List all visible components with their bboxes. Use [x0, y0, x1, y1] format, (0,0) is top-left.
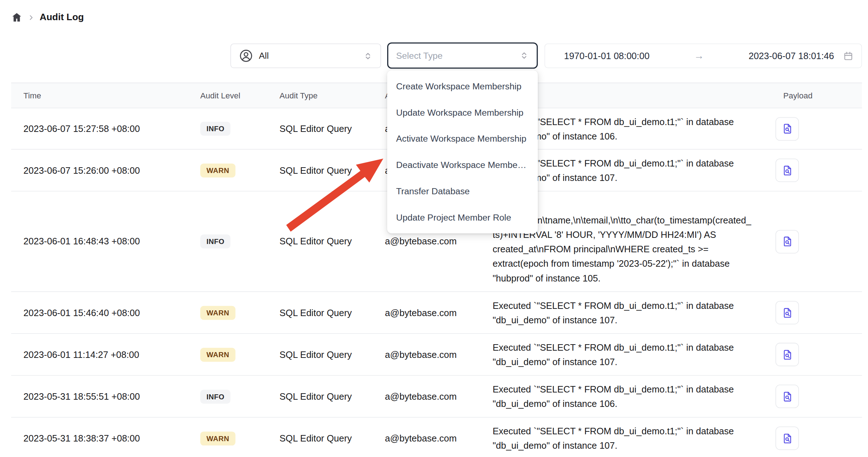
- column-header-time: Time: [11, 91, 188, 100]
- chevrons-up-down-icon: [519, 51, 529, 60]
- audit-comment: Executed `"SELECT * FROM db_ui_demo.t1;"…: [480, 382, 763, 411]
- audit-actor: a@bytebase.com: [373, 391, 480, 401]
- payload-view-button[interactable]: [775, 117, 799, 141]
- audit-type: SQL Editor Query: [267, 433, 373, 443]
- dropdown-option-deactivate-workspace-membership[interactable]: Deactivate Workspace Membership: [387, 152, 538, 178]
- audit-time: 2023-06-01 15:46:40 +08:00: [11, 307, 188, 318]
- audit-level-badge: WARN: [200, 431, 235, 445]
- audit-time: 2023-06-01 16:48:43 +08:00: [11, 236, 188, 247]
- file-search-icon: [781, 391, 793, 403]
- audit-level-badge: INFO: [200, 235, 231, 249]
- audit-time: 2023-05-31 18:38:37 +08:00: [11, 433, 188, 443]
- date-range-picker[interactable]: 1970-01-01 08:00:00 → 2023-06-07 18:01:4…: [545, 44, 862, 68]
- table-row: 2023-06-01 15:46:40 +08:00 WARN SQL Edit…: [11, 292, 862, 334]
- person-circle-icon: [239, 49, 253, 63]
- payload-view-button[interactable]: [775, 426, 799, 450]
- audit-level-badge: WARN: [200, 306, 235, 320]
- type-filter-placeholder: Select Type: [396, 50, 519, 61]
- audit-comment: Executed `"SELECT * FROM db_ui_demo.t1;"…: [480, 340, 763, 369]
- payload-view-button[interactable]: [775, 301, 799, 324]
- audit-actor: a@bytebase.com: [373, 349, 480, 360]
- dropdown-option-create-workspace-membership[interactable]: Create Workspace Membership: [387, 73, 538, 99]
- audit-level-badge: INFO: [200, 389, 231, 403]
- audit-level-badge: WARN: [200, 163, 235, 177]
- actor-filter-value: All: [259, 51, 363, 61]
- dropdown-option-transfer-database[interactable]: Transfer Database: [387, 178, 538, 204]
- audit-type: SQL Editor Query: [267, 123, 373, 134]
- page-title: Audit Log: [40, 12, 84, 23]
- type-filter-select[interactable]: Select Type: [387, 43, 538, 69]
- audit-type: SQL Editor Query: [267, 307, 373, 318]
- audit-actor: a@bytebase.com: [373, 307, 480, 318]
- dropdown-option-activate-workspace-membership[interactable]: Activate Workspace Membership: [387, 126, 538, 152]
- column-header-payload: Payload: [763, 91, 862, 100]
- date-range-start[interactable]: 1970-01-01 08:00:00: [564, 50, 649, 61]
- chevrons-up-down-icon: [363, 51, 372, 61]
- audit-time: 2023-06-01 11:14:27 +08:00: [11, 349, 188, 360]
- file-search-icon: [781, 349, 793, 360]
- dropdown-option-update-workspace-membership[interactable]: Update Workspace Membership: [387, 99, 538, 126]
- file-search-icon: [781, 123, 793, 135]
- file-search-icon: [781, 307, 793, 319]
- audit-actor: a@bytebase.com: [373, 433, 480, 443]
- file-search-icon: [781, 236, 793, 248]
- audit-level-badge: WARN: [200, 347, 235, 361]
- audit-type: SQL Editor Query: [267, 165, 373, 176]
- audit-comment: Executed `"SELECT * FROM db_ui_demo.t1;"…: [480, 298, 763, 327]
- audit-actor: a@bytebase.com: [373, 236, 480, 247]
- file-search-icon: [781, 432, 793, 444]
- audit-type: SQL Editor Query: [267, 349, 373, 360]
- actor-filter-select[interactable]: All: [231, 44, 381, 68]
- file-search-icon: [781, 164, 793, 176]
- payload-view-button[interactable]: [775, 230, 799, 253]
- audit-level-badge: INFO: [200, 122, 231, 136]
- table-row: 2023-05-31 18:55:51 +08:00 INFO SQL Edit…: [11, 376, 862, 417]
- dropdown-option-update-project-member-role[interactable]: Update Project Member Role: [387, 204, 538, 231]
- date-range-end[interactable]: 2023-06-07 18:01:46: [748, 50, 834, 61]
- calendar-icon: [843, 50, 854, 61]
- audit-type: SQL Editor Query: [267, 236, 373, 247]
- audit-time: 2023-05-31 18:55:51 +08:00: [11, 391, 188, 401]
- audit-comment: Executed `"SELECT * FROM db_ui_demo.t1;"…: [480, 424, 763, 453]
- table-row: 2023-06-01 11:14:27 +08:00 WARN SQL Edit…: [11, 334, 862, 376]
- payload-view-button[interactable]: [775, 159, 799, 182]
- payload-view-button[interactable]: [775, 343, 799, 366]
- type-filter-dropdown: Create Workspace Membership Update Works…: [387, 70, 538, 233]
- chevron-right-icon: [27, 14, 35, 21]
- audit-log-page: Audit Log All Select Type 1970-01-01 08:…: [0, 0, 868, 457]
- payload-view-button[interactable]: [775, 385, 799, 408]
- arrow-right-icon: →: [649, 50, 748, 62]
- audit-time: 2023-06-07 15:27:58 +08:00: [11, 123, 188, 134]
- column-header-audit-type: Audit Type: [267, 91, 373, 100]
- breadcrumb: Audit Log: [11, 8, 84, 27]
- column-header-audit-level: Audit Level: [188, 91, 267, 100]
- home-icon[interactable]: [11, 12, 22, 23]
- audit-type: SQL Editor Query: [267, 391, 373, 401]
- audit-time: 2023-06-07 15:26:00 +08:00: [11, 165, 188, 176]
- table-row: 2023-05-31 18:38:37 +08:00 WARN SQL Edit…: [11, 418, 862, 457]
